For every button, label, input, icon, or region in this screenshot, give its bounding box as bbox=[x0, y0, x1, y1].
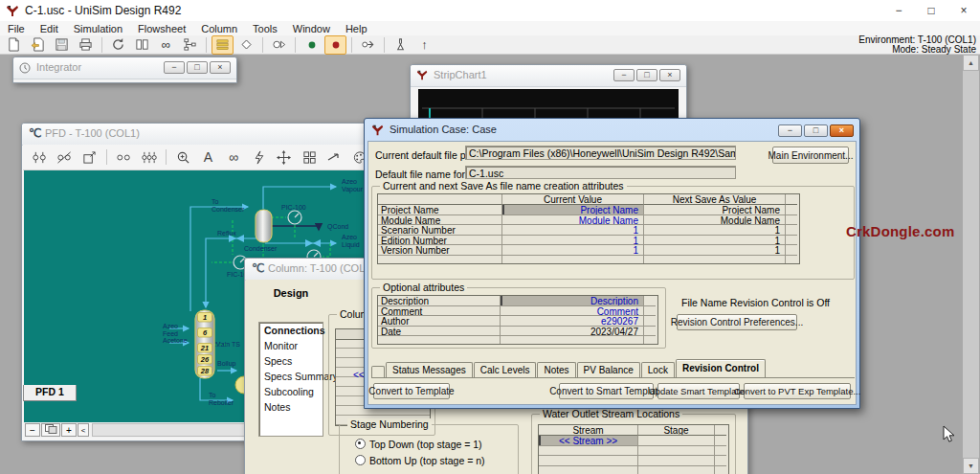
auto-position-icon[interactable] bbox=[138, 147, 161, 169]
stream-cell-placeholder[interactable]: << bbox=[353, 370, 365, 380]
optional-attributes-table[interactable]: Description Description Comment Comment … bbox=[377, 295, 658, 345]
save-icon[interactable] bbox=[51, 35, 73, 55]
attach-mode-icon[interactable] bbox=[28, 147, 51, 169]
move-arrow-icon[interactable] bbox=[323, 147, 345, 169]
tab-revision-control[interactable]: Revision Control bbox=[676, 359, 766, 377]
water-stream-cell[interactable]: << Stream >> bbox=[539, 436, 638, 446]
menu-window[interactable]: Window bbox=[285, 23, 338, 34]
attachments-icon[interactable]: ∞ bbox=[155, 35, 177, 55]
water-outlet-label: Water Outlet Stream Locations bbox=[540, 408, 682, 419]
minimize-button[interactable]: − bbox=[778, 124, 802, 137]
stream-label-to-condenser[interactable]: To Condenser bbox=[212, 198, 244, 213]
radio-top-down[interactable]: Top Down (top stage = 1) bbox=[355, 439, 482, 450]
menu-simulation[interactable]: Simulation bbox=[66, 23, 130, 34]
tab-notes[interactable]: Notes bbox=[537, 362, 575, 377]
tab-status-messages[interactable]: Status Messages bbox=[386, 362, 473, 377]
solver-active-icon[interactable] bbox=[301, 35, 323, 55]
stream-label-feed[interactable]: Azeo Feed Acetone bbox=[163, 323, 188, 345]
zoom-icon[interactable] bbox=[171, 147, 194, 169]
flowsheet-nav-icon[interactable] bbox=[357, 35, 379, 55]
pfd-page-tab[interactable]: PFD 1 bbox=[23, 385, 77, 401]
radio-bottom-up[interactable]: Bottom Up (top stage = n) bbox=[355, 455, 485, 466]
stream-label-azeo-vapour[interactable]: Azeo Vapour bbox=[342, 178, 363, 192]
close-button[interactable]: × bbox=[830, 124, 854, 137]
attachments-view-icon[interactable]: ∞ bbox=[222, 147, 245, 169]
workbook-pages-icon[interactable] bbox=[131, 35, 153, 55]
scroll-down-icon[interactable]: ▼ bbox=[963, 458, 979, 474]
design-tab-header[interactable]: Design bbox=[261, 287, 321, 299]
stream-label-reflux[interactable]: Reflux bbox=[217, 230, 236, 237]
quick-route-icon[interactable] bbox=[247, 147, 270, 169]
workbook-icon[interactable] bbox=[212, 35, 234, 55]
zoom-out-button[interactable]: − bbox=[25, 423, 40, 437]
stream-label-to-reboiler[interactable]: To Reboiler bbox=[209, 392, 234, 406]
open-case-icon[interactable] bbox=[27, 35, 49, 55]
move-tool-icon[interactable] bbox=[272, 147, 295, 169]
unisim-main-window: C-1.usc - UniSim Design R492 − □ × File … bbox=[0, 0, 980, 474]
menu-edit[interactable]: Edit bbox=[33, 23, 66, 34]
fit-page-button[interactable] bbox=[41, 423, 60, 437]
integrator-window: Integrator − □ × bbox=[12, 56, 237, 83]
water-outlet-table[interactable]: Stream Stage << Stream >> bbox=[538, 424, 729, 474]
zoom-in-button[interactable]: + bbox=[61, 423, 77, 437]
save-as-field[interactable]: C-1.usc bbox=[465, 166, 736, 179]
recycle-icon[interactable] bbox=[107, 35, 129, 55]
controller-label-pic100[interactable]: PIC-100 bbox=[281, 204, 306, 212]
nav-item-notes[interactable]: Notes bbox=[259, 399, 323, 415]
attributes-table[interactable]: Current Value Next Save As Value Project… bbox=[377, 193, 800, 264]
main-toolbar: ∞ ↑ bbox=[0, 35, 980, 55]
revision-control-preferences-button[interactable]: Revision Control Preferences... bbox=[677, 314, 797, 330]
print-icon[interactable] bbox=[75, 35, 97, 55]
menu-help[interactable]: Help bbox=[338, 23, 375, 34]
scroll-up-icon[interactable]: ▲ bbox=[963, 55, 979, 71]
close-button[interactable]: × bbox=[210, 61, 231, 74]
equipment-label-main-ts[interactable]: Main TS bbox=[215, 341, 240, 349]
flowsheet-hierarchy-icon[interactable] bbox=[179, 35, 201, 55]
minimize-button[interactable]: − bbox=[882, 0, 915, 21]
navigator-icon[interactable] bbox=[235, 35, 257, 55]
scroll-left-icon[interactable]: < bbox=[78, 423, 89, 437]
nav-item-connections[interactable]: Connections bbox=[259, 323, 323, 338]
tab-lock[interactable]: Lock bbox=[641, 362, 675, 377]
nav-item-specs[interactable]: Specs bbox=[259, 353, 323, 369]
break-connection-icon[interactable] bbox=[53, 147, 76, 169]
maximize-button[interactable]: □ bbox=[915, 0, 947, 21]
nav-item-subcooling[interactable]: Subcooling bbox=[259, 384, 323, 399]
stream-label-qcond[interactable]: QCond bbox=[327, 223, 348, 231]
menu-column[interactable]: Column bbox=[193, 23, 245, 34]
stream-label-azeo-liquid[interactable]: Azeo Liquid bbox=[342, 234, 360, 248]
maximize-button[interactable]: □ bbox=[187, 61, 208, 74]
maximize-button[interactable]: □ bbox=[636, 69, 657, 81]
swap-connections-icon[interactable] bbox=[112, 147, 135, 169]
grid-icon[interactable] bbox=[298, 147, 321, 169]
main-environment-button[interactable]: Main Environment... bbox=[772, 147, 849, 164]
tab-calc-levels[interactable]: Calc Levels bbox=[474, 362, 537, 377]
workspace-vscrollbar[interactable]: ▲ ▼ bbox=[963, 55, 979, 474]
menu-file[interactable]: File bbox=[0, 23, 33, 34]
convert-to-smart-template-button[interactable]: Convert to Smart Template bbox=[559, 383, 654, 399]
menu-flowsheet[interactable]: Flowsheet bbox=[130, 23, 193, 34]
convert-to-pvt-exp-template-button[interactable]: Convert to PVT Exp Template... bbox=[744, 383, 851, 399]
maximize-button[interactable]: □ bbox=[804, 124, 828, 137]
parent-environment-icon[interactable]: ↑ bbox=[413, 35, 435, 55]
pfd-view-icon[interactable] bbox=[268, 35, 290, 55]
new-case-icon[interactable] bbox=[3, 35, 25, 55]
stage-numbering-group: Stage Numbering Top Down (top stage = 1)… bbox=[339, 424, 519, 474]
minimize-button[interactable]: − bbox=[613, 69, 635, 81]
minimize-button[interactable]: − bbox=[164, 61, 185, 74]
close-button[interactable]: × bbox=[659, 69, 680, 81]
nav-item-specs-summary[interactable]: Specs Summary bbox=[259, 369, 323, 384]
close-button[interactable]: × bbox=[947, 0, 980, 21]
solver-holding-icon[interactable] bbox=[324, 35, 346, 55]
update-smart-templates-button[interactable]: Update Smart Templates bbox=[657, 383, 740, 399]
size-mode-icon[interactable] bbox=[78, 147, 101, 169]
tab-pv-balance[interactable]: PV Balance bbox=[577, 362, 640, 377]
text-tool-icon[interactable]: A bbox=[196, 147, 219, 169]
convert-to-template-button[interactable]: Convert to Template bbox=[373, 383, 450, 399]
equipment-label-condenser[interactable]: Condenser bbox=[244, 245, 277, 253]
utilities-flask-icon[interactable] bbox=[390, 35, 412, 55]
file-path-field[interactable]: C:\Program Files (x86)\Honeywell\UniSim … bbox=[465, 146, 736, 160]
nav-item-monitor[interactable]: Monitor bbox=[259, 338, 323, 353]
stream-label-boilup[interactable]: Boilup bbox=[217, 360, 235, 368]
menu-tools[interactable]: Tools bbox=[245, 23, 285, 34]
